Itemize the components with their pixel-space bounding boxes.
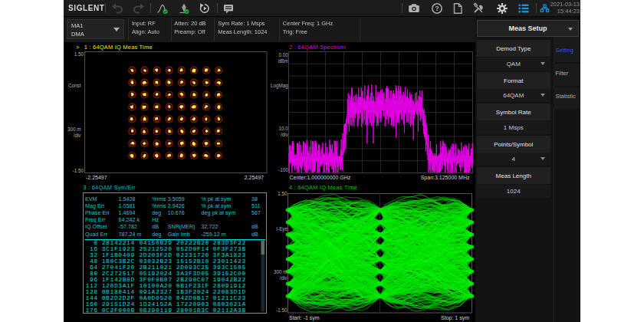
svg-text:Quad Err: Quad Err [85, 231, 108, 238]
svg-text:1.4694: 1.4694 [119, 209, 136, 216]
svg-text:1 : 64QAM IQ Meas Time: 1 : 64QAM IQ Meas Time [84, 44, 153, 51]
svg-text:787.24 m: 787.24 m [119, 231, 142, 238]
svg-text:10.0: 10.0 [279, 126, 289, 131]
svg-text:1.50: 1.50 [278, 191, 288, 196]
svg-text:-1.50: -1.50 [276, 307, 288, 313]
svg-text:dB: dB [152, 223, 159, 230]
svg-text:%rms: %rms [152, 202, 166, 209]
svg-text:2.25497: 2.25497 [245, 175, 264, 180]
svg-text:dB: dB [251, 231, 258, 238]
svg-text:300 m: 300 m [67, 127, 81, 132]
svg-text:Center:1.000000000 GHz: Center:1.000000000 GHz [290, 175, 351, 180]
svg-text:/div: /div [281, 132, 289, 137]
svg-text:% pk at sym: % pk at sym [201, 196, 231, 202]
svg-text:-57.782: -57.782 [119, 223, 137, 230]
svg-text:deg: deg [152, 231, 161, 238]
svg-text:511: 511 [251, 202, 260, 209]
svg-text:-2.25497: -2.25497 [86, 175, 107, 180]
svg-text:Start: -1 sym: Start: -1 sym [289, 315, 320, 321]
svg-text:/div: /div [280, 275, 288, 281]
svg-text:deg: deg [152, 209, 161, 216]
svg-text:-1.50: -1.50 [73, 168, 84, 173]
svg-text:2 : 64QAM Spectrum: 2 : 64QAM Spectrum [289, 44, 346, 51]
svg-text:IQ Offset: IQ Offset [85, 223, 107, 230]
svg-text:deg pk at sym: deg pk at sym [201, 209, 235, 216]
svg-text:3 : 64QAM Sym/Err: 3 : 64QAM Sym/Err [84, 184, 136, 191]
svg-text:2.9426: 2.9426 [168, 202, 185, 209]
svg-text:Hz: Hz [152, 216, 159, 223]
svg-text:Gain Imb: Gain Imb [168, 231, 190, 238]
svg-text:02112A3B: 02112A3B [213, 307, 246, 314]
svg-text:28001B3C: 28001B3C [176, 307, 209, 314]
svg-text:Freq Err: Freq Err [85, 216, 106, 223]
svg-text:SNR(MER): SNR(MER) [168, 223, 196, 230]
svg-text:-259.12 m: -259.12 m [201, 231, 225, 238]
svg-text:1.50: 1.50 [74, 51, 84, 57]
svg-text:64.242 k: 64.242 k [119, 216, 140, 223]
svg-text:I-Eye: I-Eye [276, 226, 288, 232]
svg-text:Span:3.125000 MHz: Span:3.125000 MHz [421, 175, 470, 181]
svg-text:0.00: 0.00 [279, 52, 289, 58]
svg-text:/div: /div [74, 133, 82, 138]
svg-text:176: 176 [85, 307, 97, 314]
svg-text:3.5059: 3.5059 [168, 196, 185, 202]
svg-text:Mag Err: Mag Err [85, 202, 105, 209]
svg-text:300 m: 300 m [274, 269, 288, 274]
svg-text:-100: -100 [278, 167, 288, 172]
svg-text:1.0581: 1.0581 [119, 202, 136, 209]
svg-text:567: 567 [251, 209, 261, 216]
svg-text:0B290119: 0B290119 [139, 307, 172, 314]
svg-text:% pk at sym: % pk at sym [201, 202, 231, 209]
svg-text:EVM: EVM [85, 196, 97, 202]
svg-text:Stop: 1 sym: Stop: 1 sym [441, 315, 469, 321]
svg-text:32.722: 32.722 [201, 223, 218, 230]
svg-text:Phase Err: Phase Err [85, 209, 110, 216]
svg-text:%rms: %rms [152, 196, 166, 202]
svg-text:4 : 64QAM IQ Meas Time: 4 : 64QAM IQ Meas Time [289, 184, 357, 191]
svg-text:38: 38 [251, 196, 258, 202]
svg-text:Const: Const [68, 83, 81, 88]
svg-text:1.5428: 1.5428 [119, 196, 136, 202]
svg-text:LogMag: LogMag [271, 83, 288, 89]
svg-text:>: > [76, 44, 80, 51]
svg-text:?: ? [435, 5, 439, 12]
svg-text:0C2F000B: 0C2F000B [102, 307, 135, 314]
svg-text:10.676: 10.676 [168, 209, 185, 216]
svg-text:dB: dB [251, 223, 258, 230]
svg-text:dBm: dBm [278, 58, 288, 64]
